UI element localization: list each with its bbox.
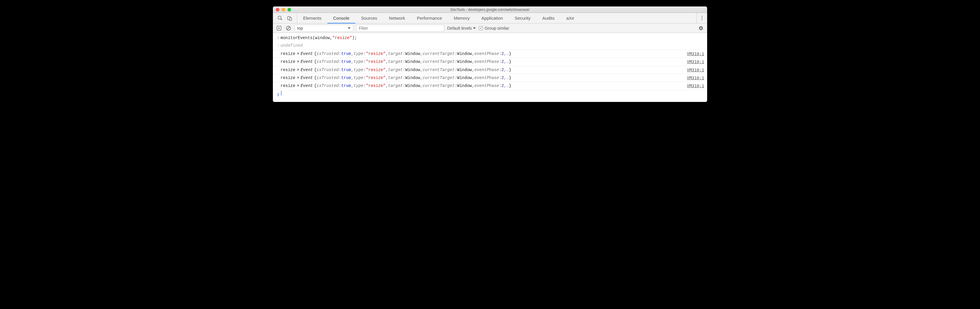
window-maximize-button[interactable] bbox=[288, 8, 291, 11]
prop-comma: , bbox=[385, 83, 388, 89]
prop-colon: : bbox=[403, 83, 405, 89]
devtools-tabstrip: ElementsConsoleSourcesNetworkPerformance… bbox=[273, 13, 707, 24]
log-levels-select[interactable]: Default levels bbox=[447, 26, 476, 30]
prop-value: "resize" bbox=[366, 51, 385, 57]
tab-network[interactable]: Network bbox=[383, 13, 411, 23]
prop-value: true bbox=[341, 67, 351, 73]
ellipsis: … bbox=[506, 51, 509, 57]
clear-console-icon[interactable] bbox=[285, 25, 292, 31]
log-gutter bbox=[276, 83, 280, 83]
prop-key: currentTarget bbox=[423, 75, 455, 81]
event-label: resize bbox=[280, 83, 295, 89]
source-link[interactable]: VM310:1 bbox=[681, 51, 704, 57]
chevron-down-icon bbox=[348, 27, 351, 29]
prop-key: isTrusted bbox=[317, 58, 339, 65]
source-link[interactable]: VM310:1 bbox=[681, 58, 704, 65]
prop-comma: , bbox=[385, 58, 388, 65]
tab-performance[interactable]: Performance bbox=[411, 13, 448, 23]
prop-value: true bbox=[341, 83, 351, 89]
prop-comma: , bbox=[420, 67, 423, 73]
device-toolbar-icon[interactable] bbox=[287, 16, 292, 21]
log-content: resize Event {isTrusted: true, type: "re… bbox=[280, 67, 681, 73]
brace-close: } bbox=[509, 58, 511, 65]
console-input-code: monitorEvents(window, "resize"); bbox=[280, 35, 704, 41]
disclosure-triangle-icon[interactable] bbox=[298, 60, 299, 63]
group-similar-toggle[interactable]: ✓ Group similar bbox=[479, 26, 509, 30]
ellipsis: … bbox=[506, 75, 509, 81]
brace-close: } bbox=[509, 51, 511, 57]
prop-colon: : bbox=[455, 75, 457, 81]
log-content: resize Event {isTrusted: true, type: "re… bbox=[280, 83, 681, 89]
prop-key: isTrusted bbox=[317, 83, 339, 89]
event-label: resize bbox=[280, 75, 295, 81]
prop-colon: : bbox=[339, 51, 341, 57]
prop-key: isTrusted bbox=[317, 75, 339, 81]
prop-comma: , bbox=[472, 67, 474, 73]
tab-axe[interactable]: aXe bbox=[560, 13, 580, 23]
object-type: Event bbox=[301, 75, 313, 81]
prop-colon: : bbox=[499, 75, 501, 81]
group-similar-label: Group similar bbox=[485, 26, 509, 30]
tab-memory[interactable]: Memory bbox=[448, 13, 476, 23]
prop-key: type bbox=[353, 75, 364, 81]
filter-input[interactable] bbox=[356, 25, 444, 32]
ellipsis: … bbox=[506, 58, 509, 65]
window-minimize-button[interactable] bbox=[282, 8, 285, 11]
prop-value: 2 bbox=[501, 75, 504, 81]
prop-colon: : bbox=[403, 51, 405, 57]
prop-key: target bbox=[388, 51, 403, 57]
tab-sources[interactable]: Sources bbox=[355, 13, 383, 23]
tab-audits[interactable]: Audits bbox=[536, 13, 560, 23]
prop-value: 2 bbox=[501, 83, 504, 89]
prop-colon: : bbox=[364, 51, 366, 57]
prop-value: Window bbox=[457, 58, 472, 65]
tabstrip-left-controls bbox=[273, 13, 297, 23]
object-type: Event bbox=[301, 67, 313, 73]
console-log-row: resize Event {isTrusted: true, type: "re… bbox=[273, 58, 707, 66]
disclosure-triangle-icon[interactable] bbox=[298, 68, 299, 71]
disclosure-triangle-icon[interactable] bbox=[298, 52, 299, 55]
console-input-row: ❯ monitorEvents(window, "resize"); bbox=[273, 34, 707, 42]
prop-colon: : bbox=[403, 75, 405, 81]
prop-colon: : bbox=[364, 75, 366, 81]
prop-key: eventPhase bbox=[474, 83, 499, 89]
prop-comma: , bbox=[504, 75, 506, 81]
chevron-down-icon bbox=[473, 27, 476, 29]
prop-key: target bbox=[388, 67, 403, 73]
tab-security[interactable]: Security bbox=[509, 13, 536, 23]
log-gutter bbox=[276, 75, 280, 75]
event-label: resize bbox=[280, 58, 295, 65]
prop-value: 2 bbox=[501, 58, 504, 65]
tab-application[interactable]: Application bbox=[476, 13, 509, 23]
prop-comma: , bbox=[420, 51, 423, 57]
prop-key: currentTarget bbox=[423, 58, 455, 65]
disclosure-triangle-icon[interactable] bbox=[298, 76, 299, 79]
play-icon[interactable] bbox=[276, 25, 282, 31]
source-link[interactable]: VM310:1 bbox=[681, 83, 704, 89]
window-close-button[interactable] bbox=[276, 8, 279, 11]
inspect-element-icon[interactable] bbox=[278, 16, 283, 21]
prop-colon: : bbox=[339, 67, 341, 73]
prop-value: Window bbox=[457, 75, 472, 81]
prop-comma: , bbox=[504, 67, 506, 73]
prompt-icon: ❯ bbox=[276, 91, 280, 98]
source-link[interactable]: VM310:1 bbox=[681, 75, 704, 81]
execution-context-select[interactable]: top bbox=[294, 25, 353, 32]
prop-comma: , bbox=[504, 83, 506, 89]
prop-colon: : bbox=[403, 58, 405, 65]
more-options-icon[interactable] bbox=[702, 16, 702, 20]
disclosure-triangle-icon[interactable] bbox=[298, 84, 299, 87]
prop-value: 2 bbox=[501, 51, 504, 57]
source-link[interactable]: VM310:1 bbox=[681, 67, 704, 73]
prop-colon: : bbox=[455, 67, 457, 73]
execution-context-value: top bbox=[297, 26, 303, 30]
brace-close: } bbox=[509, 67, 511, 73]
console-prompt-row[interactable]: ❯ bbox=[273, 90, 707, 98]
prop-comma: , bbox=[420, 83, 423, 89]
prop-comma: , bbox=[504, 51, 506, 57]
prop-value: Window bbox=[405, 58, 420, 65]
console-prompt-input[interactable] bbox=[280, 91, 704, 96]
tab-console[interactable]: Console bbox=[328, 13, 355, 23]
tab-elements[interactable]: Elements bbox=[297, 13, 328, 23]
console-settings-icon[interactable] bbox=[698, 25, 704, 31]
